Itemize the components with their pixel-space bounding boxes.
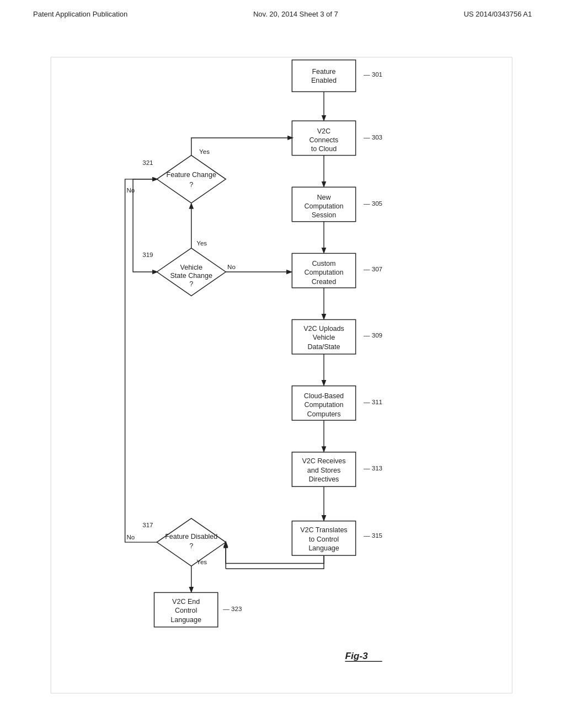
svg-text:Cloud-Based: Cloud-Based [304,392,344,400]
label-no-317: No [126,534,135,540]
svg-text:Computation: Computation [305,269,344,276]
ref-315: — 315 [364,532,382,539]
ref-311: — 311 [364,399,382,405]
ref-319-label: 319 [142,251,153,258]
svg-text:V2C Receives: V2C Receives [302,457,345,465]
flowchart-svg: Feature Enabled — 301 V2C Connects to Cl… [0,28,565,706]
header-left: Patent Application Publication [33,10,127,18]
svg-text:and Stores: and Stores [307,467,340,474]
label-no-319: No [227,264,236,270]
node-321 [157,156,226,203]
label-yes-317: Yes [196,559,207,565]
svg-text:Computers: Computers [307,410,340,418]
svg-text:?: ? [189,542,193,550]
svg-text:Session: Session [312,211,336,219]
ref-309: — 309 [364,332,382,339]
label-no-321: No [126,187,135,194]
ref-305: — 305 [364,200,382,207]
svg-text:Created: Created [312,278,336,286]
svg-text:V2C Uploads: V2C Uploads [303,325,344,333]
svg-text:V2C: V2C [317,127,331,135]
svg-text:?: ? [189,181,193,189]
diagram-container: Feature Enabled — 301 V2C Connects to Cl… [0,28,565,706]
svg-text:Language: Language [308,544,339,552]
svg-text:Control: Control [175,607,197,614]
ref-317-label: 317 [142,522,153,528]
svg-text:V2C Translates: V2C Translates [300,526,347,534]
svg-text:Computation: Computation [305,202,344,210]
svg-text:Custom: Custom [312,260,335,267]
svg-text:New: New [317,194,331,201]
header-right: US 2014/0343756 A1 [463,10,532,18]
node-301 [292,60,355,92]
ref-313: — 313 [364,465,382,472]
ref-321-label: 321 [142,159,153,166]
ref-323: — 323 [223,606,242,612]
svg-text:Language: Language [170,616,201,624]
svg-text:State Change: State Change [170,272,212,280]
header-center: Nov. 20, 2014 Sheet 3 of 7 [253,10,338,18]
page-border [51,57,512,693]
label-yes-321: Yes [199,148,210,155]
svg-text:V2C End: V2C End [172,598,200,606]
svg-text:Computation: Computation [305,401,344,409]
svg-text:Connects: Connects [310,136,339,144]
label-yes-319: Yes [196,240,207,247]
svg-text:Feature Change: Feature Change [167,171,216,179]
svg-text:to Cloud: to Cloud [311,145,337,153]
svg-text:Vehicle: Vehicle [180,264,202,271]
svg-text:to Control: to Control [309,536,339,543]
arrow-317-no-321 [125,179,157,542]
page-header: Patent Application Publication Nov. 20, … [0,0,565,23]
svg-text:Enabled: Enabled [311,77,337,84]
ref-301: — 301 [364,71,382,78]
svg-text:Data/State: Data/State [307,343,340,351]
node-301-text: Feature [312,68,335,76]
fig-label: Fig-3 [345,650,368,661]
ref-307: — 307 [364,266,382,272]
line-315-317-h [226,555,324,569]
svg-text:?: ? [189,280,193,288]
svg-text:Directives: Directives [309,475,339,483]
ref-303: — 303 [364,134,382,141]
svg-text:Feature Disabled: Feature Disabled [165,533,217,540]
svg-text:Vehicle: Vehicle [313,334,335,341]
